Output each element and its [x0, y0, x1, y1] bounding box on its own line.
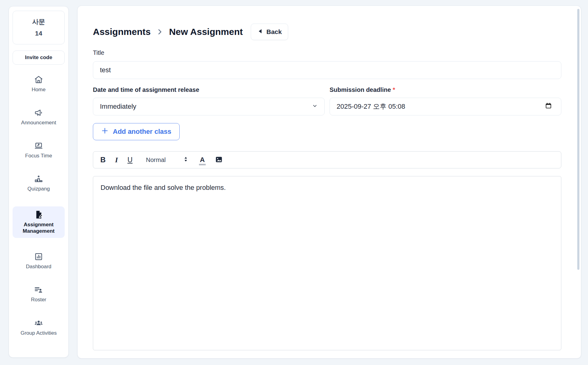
group-icon [34, 318, 43, 328]
paragraph-format-select[interactable]: Normal [144, 153, 190, 166]
title-input[interactable] [93, 61, 561, 79]
home-icon [34, 75, 43, 84]
sidebar-item-label: Roster [31, 296, 46, 303]
deadline-datetime-input[interactable]: 2025-09-27 오후 05:08 [330, 98, 561, 115]
image-icon [215, 156, 223, 164]
updown-arrows-icon [183, 156, 188, 164]
sidebar-item-roster[interactable]: Roster [13, 284, 65, 304]
class-card: 사문 14 [13, 11, 65, 44]
class-name: 사문 [15, 16, 63, 28]
back-icon [257, 28, 263, 36]
sidebar-item-label: Home [32, 86, 45, 93]
page-header: Assignments New Assignment Back [93, 24, 561, 40]
calendar-icon[interactable] [545, 102, 552, 111]
sidebar-item-label: Focus Time [25, 152, 52, 159]
vertical-scrollbar[interactable] [577, 9, 579, 270]
title-label: Title [93, 49, 561, 57]
sidebar-item-label: Quizpang [28, 186, 50, 192]
sidebar-item-announcement[interactable]: Announcement [13, 107, 65, 127]
class-number: 14 [15, 28, 63, 39]
sidebar-item-focus-time[interactable]: Focus Time [13, 140, 65, 160]
bar-chart-icon [34, 252, 43, 261]
release-selected-value: Immediately [100, 103, 312, 111]
italic-button[interactable]: I [110, 153, 123, 166]
sidebar-item-group-activities[interactable]: Group Activities [13, 317, 65, 337]
release-select[interactable]: Immediately [93, 98, 325, 115]
sidebar: 사문 14 Invite code Home Announcement [9, 6, 69, 358]
sidebar-nav: Home Announcement Focus Time [13, 74, 65, 337]
screen-share-icon [34, 141, 43, 150]
insert-image-button[interactable] [212, 153, 226, 166]
deadline-label: Submission deadline* [330, 86, 561, 94]
invite-code-label: Invite code [25, 55, 52, 61]
document-pencil-icon [34, 210, 43, 219]
sidebar-item-label: Group Activities [21, 330, 57, 336]
bold-button[interactable]: B [96, 153, 110, 166]
format-selected-value: Normal [146, 156, 183, 164]
main-content: Assignments New Assignment Back Title Da… [77, 6, 581, 359]
back-button[interactable]: Back [251, 24, 288, 40]
editor-toolbar: B I U Normal A [93, 151, 561, 168]
add-another-class-label: Add another class [113, 128, 171, 136]
sidebar-item-label: Announcement [21, 119, 56, 126]
sidebar-item-label: Dashboard [26, 263, 51, 270]
roster-icon [34, 285, 43, 294]
sidebar-item-dashboard[interactable]: Dashboard [13, 251, 65, 271]
podium-star-icon [34, 174, 43, 183]
sidebar-item-assignment-management[interactable]: Assignment Management [13, 206, 65, 238]
page-title: New Assignment [169, 27, 243, 37]
back-label: Back [266, 28, 282, 36]
deadline-value: 2025-09-27 오후 05:08 [337, 102, 545, 111]
add-another-class-button[interactable]: Add another class [93, 123, 180, 140]
chevron-down-icon [312, 103, 318, 111]
text-color-a-glyph: A [200, 156, 205, 163]
underline-button[interactable]: U [123, 153, 137, 166]
chevron-right-icon [156, 28, 163, 36]
text-color-button[interactable]: A [196, 153, 209, 166]
sidebar-item-label: Assignment Management [14, 221, 63, 235]
release-label: Date and time of assignment release [93, 86, 325, 94]
plus-icon [101, 127, 109, 136]
sidebar-item-home[interactable]: Home [13, 74, 65, 94]
breadcrumb-assignments[interactable]: Assignments [93, 27, 151, 37]
sidebar-item-quizpang[interactable]: Quizpang [13, 173, 65, 193]
editor-paragraph: Download the file and solve the problems… [101, 182, 554, 193]
editor-content-area[interactable]: Download the file and solve the problems… [93, 176, 561, 350]
invite-code-button[interactable]: Invite code [13, 51, 65, 65]
required-asterisk: * [393, 86, 395, 93]
megaphone-icon [34, 108, 43, 117]
